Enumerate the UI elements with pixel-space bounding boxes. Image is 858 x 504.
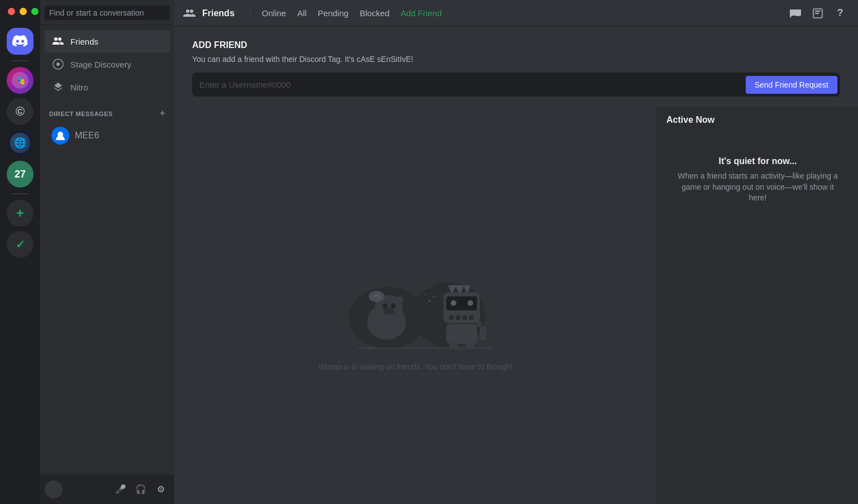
- search-bar-area: [40, 0, 174, 25]
- wumpus-empty-text: Wumpus is waiting on friends. You don't …: [318, 362, 512, 371]
- top-nav-right: ?: [786, 4, 849, 22]
- active-now-title: Active Now: [666, 115, 849, 125]
- server-icon-4[interactable]: 27: [7, 161, 34, 188]
- sidebar-item-stage-discovery[interactable]: Stage Discovery: [45, 53, 170, 75]
- svg-rect-27: [456, 315, 460, 320]
- sidebar-item-friends[interactable]: Friends: [45, 30, 170, 52]
- tab-pending[interactable]: Pending: [313, 6, 353, 20]
- dm-item-mee6[interactable]: MEE6: [45, 122, 170, 149]
- mute-button[interactable]: 🎤: [112, 481, 130, 498]
- server-divider-2: [11, 193, 29, 194]
- server-divider: [11, 60, 29, 61]
- explore-servers-button[interactable]: ✓: [7, 231, 34, 258]
- add-friend-description: You can add a friend with their Discord …: [192, 55, 840, 64]
- dm-add-button[interactable]: +: [159, 108, 165, 119]
- top-nav: Friends Online All Pending Blocked Add F…: [174, 0, 858, 27]
- svg-point-14: [383, 307, 394, 315]
- active-now-panel: Active Now It's quiet for now... When a …: [657, 106, 858, 504]
- wumpus-container: Wumpus is waiting on friends. You don't …: [318, 262, 512, 371]
- svg-point-12: [384, 305, 386, 307]
- svg-point-17: [369, 291, 384, 302]
- settings-button[interactable]: ⚙: [152, 481, 170, 498]
- add-friend-title: ADD FRIEND: [192, 40, 840, 50]
- svg-point-1: [56, 63, 60, 66]
- traffic-light-green[interactable]: [31, 8, 39, 15]
- svg-rect-31: [449, 343, 457, 348]
- tab-blocked[interactable]: Blocked: [355, 6, 394, 20]
- svg-rect-34: [477, 322, 482, 327]
- svg-point-38: [485, 346, 492, 349]
- tab-all[interactable]: All: [293, 6, 311, 20]
- stage-discovery-icon: [51, 57, 65, 71]
- friends-nav-icon: [183, 8, 196, 18]
- svg-rect-4: [815, 11, 821, 12]
- dm-item-mee6-label: MEE6: [75, 131, 99, 141]
- add-server-button[interactable]: +: [7, 200, 34, 227]
- active-now-empty-state: It's quiet for now... When a friend star…: [666, 138, 849, 222]
- search-input-wrap[interactable]: [45, 6, 170, 20]
- svg-point-24: [451, 300, 456, 306]
- user-avatar: [45, 481, 63, 498]
- server-icon-1[interactable]: 🎭: [7, 67, 34, 94]
- friends-main: Wumpus is waiting on friends. You don't …: [174, 106, 657, 504]
- traffic-light-red[interactable]: [8, 8, 15, 15]
- sidebar-item-friends-label: Friends: [70, 37, 98, 46]
- inbox-button[interactable]: [809, 4, 827, 22]
- sidebar-item-nitro-label: Nitro: [70, 83, 88, 92]
- friends-list-area: Wumpus is waiting on friends. You don't …: [174, 106, 858, 504]
- sidebar-item-stage-label: Stage Discovery: [70, 60, 131, 69]
- svg-point-37: [413, 347, 418, 349]
- top-nav-title: Friends: [202, 8, 235, 18]
- channel-sidebar: Friends Stage Discovery Nitro: [40, 0, 174, 504]
- main-content: Friends Online All Pending Blocked Add F…: [174, 0, 858, 504]
- top-nav-divider: [250, 7, 251, 20]
- tab-add-friend[interactable]: Add Friend: [396, 6, 446, 20]
- nitro-icon: [51, 80, 65, 94]
- sidebar-item-nitro[interactable]: Nitro: [45, 76, 170, 98]
- svg-point-25: [468, 300, 473, 306]
- wumpus-illustration: [326, 262, 505, 351]
- svg-point-20: [378, 295, 380, 297]
- deafen-button[interactable]: 🎧: [132, 481, 150, 498]
- server-icon-home[interactable]: [7, 28, 34, 55]
- active-now-empty-desc: When a friend starts an activity—like pl…: [675, 171, 840, 204]
- svg-rect-28: [463, 315, 467, 320]
- server-icon-3[interactable]: 🌐: [7, 129, 34, 156]
- sidebar-nav: Friends Stage Discovery Nitro: [40, 25, 174, 474]
- svg-point-40: [432, 295, 434, 297]
- add-friend-form: Send Friend Request: [192, 73, 840, 97]
- svg-rect-30: [446, 324, 477, 344]
- svg-point-36: [366, 347, 375, 350]
- server-sidebar: 🎭 © 🌐 27 + ✓: [0, 0, 40, 504]
- dm-section-header: DIRECT MESSAGES +: [40, 99, 174, 122]
- svg-point-19: [376, 294, 378, 296]
- tab-online[interactable]: Online: [258, 6, 290, 20]
- svg-rect-26: [449, 315, 454, 320]
- svg-point-13: [392, 305, 394, 307]
- send-friend-request-button[interactable]: Send Friend Request: [746, 76, 837, 94]
- new-group-dm-button[interactable]: [786, 4, 804, 22]
- dm-avatar-mee6: [51, 127, 69, 145]
- svg-point-39: [428, 300, 431, 302]
- svg-point-18: [374, 295, 376, 297]
- svg-point-41: [425, 293, 426, 295]
- friends-icon: [51, 35, 65, 48]
- search-input[interactable]: [49, 8, 165, 17]
- add-friend-input[interactable]: [199, 75, 741, 94]
- server-icon-2[interactable]: ©: [7, 98, 34, 125]
- svg-rect-32: [466, 343, 474, 348]
- svg-rect-33: [480, 326, 487, 340]
- svg-rect-29: [469, 315, 474, 320]
- svg-point-16: [394, 296, 403, 303]
- user-area: 🎤 🎧 ⚙: [40, 474, 174, 504]
- svg-rect-5: [815, 13, 819, 14]
- traffic-light-yellow[interactable]: [20, 8, 27, 15]
- add-friend-section: ADD FRIEND You can add a friend with the…: [174, 27, 858, 106]
- dm-header-label: DIRECT MESSAGES: [49, 111, 113, 117]
- user-controls: 🎤 🎧 ⚙: [112, 481, 170, 498]
- help-button[interactable]: ?: [831, 4, 849, 22]
- active-now-empty-title: It's quiet for now...: [718, 156, 797, 166]
